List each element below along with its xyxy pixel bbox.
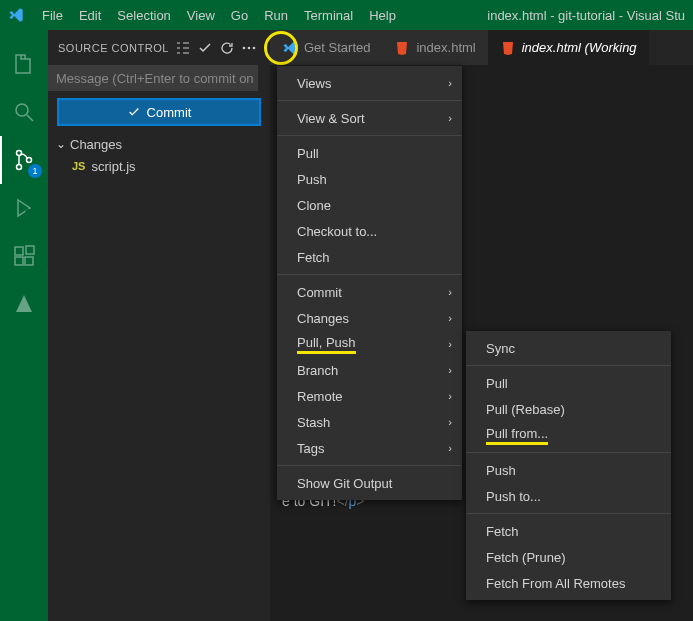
menu-push[interactable]: Push	[277, 166, 462, 192]
sidebar-header: SOURCE CONTROL	[48, 30, 270, 65]
menu-fetch[interactable]: Fetch	[277, 244, 462, 270]
azure-icon[interactable]	[0, 280, 48, 328]
menu-pull[interactable]: Pull	[277, 140, 462, 166]
submenu-pull[interactable]: Pull	[466, 370, 671, 396]
source-control-sidebar: SOURCE CONTROL Message (Ctrl+Enter to co…	[48, 30, 270, 621]
editor-tabs: Get Started index.html index.html (Worki…	[270, 30, 693, 65]
tab-index-html[interactable]: index.html	[382, 30, 487, 65]
menu-view-sort[interactable]: View & Sort›	[277, 105, 462, 131]
submenu-pull-from[interactable]: Pull from...	[466, 422, 671, 448]
menu-remote[interactable]: Remote›	[277, 383, 462, 409]
search-icon[interactable]	[0, 88, 48, 136]
menu-views[interactable]: Views›	[277, 70, 462, 96]
refresh-icon[interactable]	[216, 37, 238, 59]
html-file-icon	[394, 40, 410, 56]
menu-stash[interactable]: Stash›	[277, 409, 462, 435]
svg-point-11	[248, 46, 251, 49]
svg-point-3	[17, 165, 22, 170]
menu-run[interactable]: Run	[256, 4, 296, 27]
svg-line-1	[27, 115, 33, 121]
scm-badge: 1	[28, 164, 42, 178]
tab-get-started[interactable]: Get Started	[270, 30, 382, 65]
chevron-down-icon: ⌄	[56, 137, 66, 151]
menu-commit[interactable]: Commit›	[277, 279, 462, 305]
submenu-push-to[interactable]: Push to...	[466, 483, 671, 509]
html-file-icon	[500, 40, 516, 56]
submenu-fetch[interactable]: Fetch	[466, 518, 671, 544]
commit-button[interactable]: Commit	[58, 99, 260, 125]
commit-message-input[interactable]: Message (Ctrl+Enter to commit on	[48, 65, 258, 91]
menu-terminal[interactable]: Terminal	[296, 4, 361, 27]
source-control-icon[interactable]: 1	[0, 136, 48, 184]
menu-help[interactable]: Help	[361, 4, 404, 27]
pull-push-submenu: Sync Pull Pull (Rebase) Pull from... Pus…	[466, 331, 671, 600]
js-file-icon: JS	[72, 160, 85, 172]
menu-clone[interactable]: Clone	[277, 192, 462, 218]
extensions-icon[interactable]	[0, 232, 48, 280]
tab-index-html-working[interactable]: index.html (Working	[488, 30, 649, 65]
menu-file[interactable]: File	[34, 4, 71, 27]
menu-view[interactable]: View	[179, 4, 223, 27]
title-bar: File Edit Selection View Go Run Terminal…	[0, 0, 693, 30]
activity-bar: 1	[0, 30, 48, 621]
file-name: script.js	[91, 159, 135, 174]
submenu-push[interactable]: Push	[466, 457, 671, 483]
commit-button-label: Commit	[147, 105, 192, 120]
check-icon[interactable]	[194, 37, 216, 59]
svg-point-0	[16, 104, 28, 116]
more-icon[interactable]	[238, 37, 260, 59]
svg-rect-6	[15, 247, 23, 255]
changed-file-row[interactable]: JS script.js	[48, 155, 270, 177]
submenu-fetch-prune[interactable]: Fetch (Prune)	[466, 544, 671, 570]
tab-label: index.html (Working	[522, 40, 637, 55]
menu-pull-push[interactable]: Pull, Push›	[277, 331, 462, 357]
menu-branch[interactable]: Branch›	[277, 357, 462, 383]
tab-label: index.html	[416, 40, 475, 55]
explorer-icon[interactable]	[0, 40, 48, 88]
menu-tags[interactable]: Tags›	[277, 435, 462, 461]
sidebar-title: SOURCE CONTROL	[58, 42, 169, 54]
changes-section[interactable]: ⌄ Changes	[48, 133, 270, 155]
svg-rect-7	[15, 257, 23, 265]
menu-edit[interactable]: Edit	[71, 4, 109, 27]
tree-view-icon[interactable]	[172, 37, 194, 59]
vscode-icon	[282, 40, 298, 56]
run-debug-icon[interactable]	[0, 184, 48, 232]
changes-label: Changes	[70, 137, 122, 152]
vscode-logo-icon	[8, 7, 24, 23]
menu-selection[interactable]: Selection	[109, 4, 178, 27]
svg-rect-9	[26, 246, 34, 254]
window-title: index.html - git-tutorial - Visual Stu	[487, 8, 685, 23]
svg-point-12	[253, 46, 256, 49]
svg-point-10	[243, 46, 246, 49]
submenu-fetch-all[interactable]: Fetch From All Remotes	[466, 570, 671, 596]
menu-checkout[interactable]: Checkout to...	[277, 218, 462, 244]
submenu-pull-rebase[interactable]: Pull (Rebase)	[466, 396, 671, 422]
menu-show-git-output[interactable]: Show Git Output	[277, 470, 462, 496]
svg-point-2	[17, 151, 22, 156]
scm-more-menu: Views› View & Sort› Pull Push Clone Chec…	[277, 66, 462, 500]
svg-rect-8	[25, 257, 33, 265]
menu-go[interactable]: Go	[223, 4, 256, 27]
menu-changes[interactable]: Changes›	[277, 305, 462, 331]
tab-label: Get Started	[304, 40, 370, 55]
submenu-sync[interactable]: Sync	[466, 335, 671, 361]
